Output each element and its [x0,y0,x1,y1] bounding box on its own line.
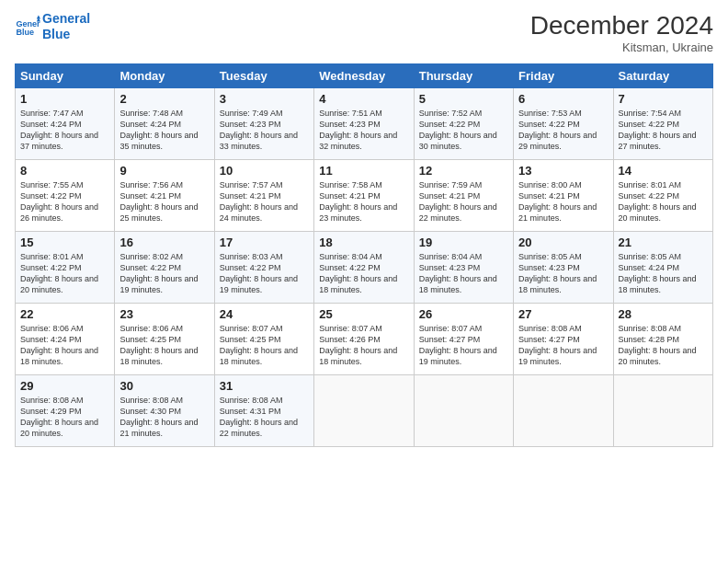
day-info: Sunrise: 7:55 AMSunset: 4:22 PMDaylight:… [20,180,98,223]
day-info: Sunrise: 7:54 AMSunset: 4:22 PMDaylight:… [619,109,697,151]
day-info: Sunrise: 8:07 AMSunset: 4:26 PMDaylight:… [319,324,397,366]
day-info: Sunrise: 8:08 AMSunset: 4:28 PMDaylight:… [619,324,697,366]
calendar-week-2: 8 Sunrise: 7:55 AMSunset: 4:22 PMDayligh… [16,160,713,232]
logo-line1: General [42,11,90,27]
logo-line2: Blue [42,27,90,42]
col-header-sunday: Sunday [16,64,115,88]
day-number: 11 [319,164,408,178]
day-number: 13 [518,164,608,178]
day-number: 6 [518,92,608,106]
calendar-cell: 6 Sunrise: 7:53 AMSunset: 4:22 PMDayligh… [514,88,613,160]
calendar-cell: 19 Sunrise: 8:04 AMSunset: 4:23 PMDaylig… [414,232,513,304]
day-number: 27 [518,307,608,321]
calendar-cell: 14 Sunrise: 8:01 AMSunset: 4:22 PMDaylig… [613,160,712,232]
day-info: Sunrise: 7:51 AMSunset: 4:23 PMDaylight:… [319,109,397,151]
calendar-cell: 5 Sunrise: 7:52 AMSunset: 4:22 PMDayligh… [414,88,513,160]
day-info: Sunrise: 7:52 AMSunset: 4:22 PMDaylight:… [419,109,497,151]
day-number: 9 [119,164,209,178]
calendar-cell: 15 Sunrise: 8:01 AMSunset: 4:22 PMDaylig… [16,232,115,304]
col-header-tuesday: Tuesday [214,64,313,88]
calendar-cell: 10 Sunrise: 7:57 AMSunset: 4:21 PMDaylig… [214,160,313,232]
day-number: 26 [419,307,508,321]
day-info: Sunrise: 8:08 AMSunset: 4:31 PMDaylight:… [220,396,298,438]
col-header-wednesday: Wednesday [314,64,414,88]
day-number: 29 [20,379,109,393]
day-number: 28 [619,307,708,321]
day-info: Sunrise: 7:53 AMSunset: 4:22 PMDaylight:… [518,109,597,151]
header-row: SundayMondayTuesdayWednesdayThursdayFrid… [16,64,713,88]
calendar-cell: 26 Sunrise: 8:07 AMSunset: 4:27 PMDaylig… [414,304,513,375]
calendar-cell [514,375,613,447]
calendar-cell: 28 Sunrise: 8:08 AMSunset: 4:28 PMDaylig… [613,304,712,375]
day-info: Sunrise: 7:47 AMSunset: 4:24 PMDaylight:… [20,109,98,151]
calendar-cell: 12 Sunrise: 7:59 AMSunset: 4:21 PMDaylig… [414,160,513,232]
calendar-cell: 27 Sunrise: 8:08 AMSunset: 4:27 PMDaylig… [514,304,613,375]
day-info: Sunrise: 7:57 AMSunset: 4:21 PMDaylight:… [220,180,298,223]
calendar-cell: 31 Sunrise: 8:08 AMSunset: 4:31 PMDaylig… [214,375,313,447]
header: General Blue General Blue December 2024 … [15,11,713,54]
day-info: Sunrise: 7:48 AMSunset: 4:24 PMDaylight:… [119,109,198,151]
calendar-cell: 18 Sunrise: 8:04 AMSunset: 4:22 PMDaylig… [314,232,414,304]
day-number: 7 [619,92,708,106]
calendar-cell [613,375,712,447]
calendar-cell: 1 Sunrise: 7:47 AMSunset: 4:24 PMDayligh… [16,88,115,160]
calendar-cell: 7 Sunrise: 7:54 AMSunset: 4:22 PMDayligh… [613,88,712,160]
day-info: Sunrise: 7:49 AMSunset: 4:23 PMDaylight:… [220,109,298,151]
col-header-monday: Monday [115,64,214,88]
calendar-cell: 25 Sunrise: 8:07 AMSunset: 4:26 PMDaylig… [314,304,414,375]
day-number: 10 [220,164,309,178]
calendar-cell: 4 Sunrise: 7:51 AMSunset: 4:23 PMDayligh… [314,88,414,160]
col-header-thursday: Thursday [414,64,513,88]
day-info: Sunrise: 8:07 AMSunset: 4:25 PMDaylight:… [220,324,298,366]
calendar-cell: 8 Sunrise: 7:55 AMSunset: 4:22 PMDayligh… [16,160,115,232]
calendar-cell: 2 Sunrise: 7:48 AMSunset: 4:24 PMDayligh… [115,88,214,160]
day-info: Sunrise: 8:06 AMSunset: 4:24 PMDaylight:… [20,324,98,366]
day-number: 2 [119,92,209,106]
calendar-week-4: 22 Sunrise: 8:06 AMSunset: 4:24 PMDaylig… [16,304,713,375]
day-number: 23 [119,307,209,321]
calendar-week-1: 1 Sunrise: 7:47 AMSunset: 4:24 PMDayligh… [16,88,713,160]
day-info: Sunrise: 8:08 AMSunset: 4:29 PMDaylight:… [20,396,98,438]
day-number: 22 [20,307,109,321]
calendar-cell: 29 Sunrise: 8:08 AMSunset: 4:29 PMDaylig… [16,375,115,447]
day-number: 30 [119,379,209,393]
calendar-cell: 30 Sunrise: 8:08 AMSunset: 4:30 PMDaylig… [115,375,214,447]
calendar-cell: 13 Sunrise: 8:00 AMSunset: 4:21 PMDaylig… [514,160,613,232]
month-title: December 2024 [530,11,713,40]
calendar-cell: 22 Sunrise: 8:06 AMSunset: 4:24 PMDaylig… [16,304,115,375]
col-header-saturday: Saturday [613,64,712,88]
logo: General Blue General Blue [15,11,90,42]
calendar-cell: 21 Sunrise: 8:05 AMSunset: 4:24 PMDaylig… [613,232,712,304]
day-number: 24 [220,307,309,321]
calendar-cell: 20 Sunrise: 8:05 AMSunset: 4:23 PMDaylig… [514,232,613,304]
calendar-cell: 16 Sunrise: 8:02 AMSunset: 4:22 PMDaylig… [115,232,214,304]
day-number: 21 [619,236,708,249]
day-number: 19 [419,236,508,249]
calendar-cell: 3 Sunrise: 7:49 AMSunset: 4:23 PMDayligh… [214,88,313,160]
logo-icon: General Blue [15,14,40,40]
day-number: 17 [220,236,309,249]
title-block: December 2024 Kitsman, Ukraine [530,11,713,54]
day-info: Sunrise: 8:01 AMSunset: 4:22 PMDaylight:… [619,180,697,223]
calendar-cell: 24 Sunrise: 8:07 AMSunset: 4:25 PMDaylig… [214,304,313,375]
day-number: 1 [20,92,109,106]
day-info: Sunrise: 7:59 AMSunset: 4:21 PMDaylight:… [419,180,497,223]
calendar-cell: 9 Sunrise: 7:56 AMSunset: 4:21 PMDayligh… [115,160,214,232]
calendar-week-3: 15 Sunrise: 8:01 AMSunset: 4:22 PMDaylig… [16,232,713,304]
day-number: 5 [419,92,508,106]
day-number: 16 [119,236,209,249]
calendar-cell: 11 Sunrise: 7:58 AMSunset: 4:21 PMDaylig… [314,160,414,232]
day-number: 25 [319,307,408,321]
day-info: Sunrise: 8:03 AMSunset: 4:22 PMDaylight:… [220,252,298,294]
day-info: Sunrise: 7:56 AMSunset: 4:21 PMDaylight:… [119,180,198,223]
calendar-cell: 23 Sunrise: 8:06 AMSunset: 4:25 PMDaylig… [115,304,214,375]
day-info: Sunrise: 8:04 AMSunset: 4:22 PMDaylight:… [319,252,397,294]
day-number: 12 [419,164,508,178]
day-number: 8 [20,164,109,178]
day-info: Sunrise: 8:05 AMSunset: 4:23 PMDaylight:… [518,252,597,294]
day-info: Sunrise: 7:58 AMSunset: 4:21 PMDaylight:… [319,180,397,223]
calendar-cell: 17 Sunrise: 8:03 AMSunset: 4:22 PMDaylig… [214,232,313,304]
day-info: Sunrise: 8:05 AMSunset: 4:24 PMDaylight:… [619,252,697,294]
day-number: 3 [220,92,309,106]
main-container: General Blue General Blue December 2024 … [0,0,728,454]
